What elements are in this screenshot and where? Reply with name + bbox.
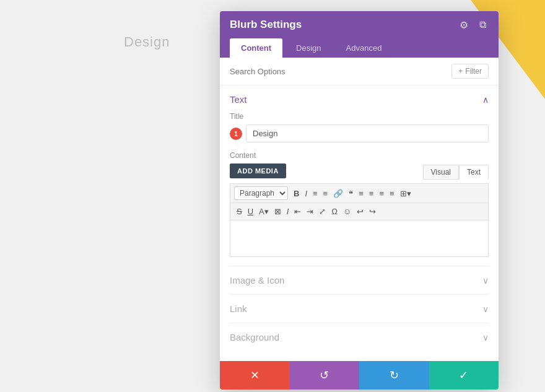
background-design-label: Design xyxy=(124,34,170,50)
background-section-title: Background xyxy=(230,332,279,342)
save-button[interactable]: ✓ xyxy=(429,361,499,390)
blurb-settings-modal: Blurb Settings ⚙ ⧉ Content Design Advanc… xyxy=(220,11,499,390)
italic-button[interactable]: I xyxy=(302,188,310,199)
link-chevron-down-icon: ∨ xyxy=(482,304,489,314)
image-icon-section-title: Image & Icon xyxy=(230,275,284,285)
tab-content[interactable]: Content xyxy=(230,38,282,58)
blockquote-button[interactable]: ❝ xyxy=(346,188,355,199)
image-icon-section: Image & Icon ∨ xyxy=(230,266,489,295)
filter-icon: + xyxy=(458,67,463,76)
add-media-button[interactable]: ADD MEDIA xyxy=(230,163,286,178)
undo-editor-button[interactable]: ↩ xyxy=(354,206,366,217)
title-badge: 1 xyxy=(230,128,242,140)
justify-button[interactable]: ≡ xyxy=(387,188,397,199)
editor-toolbar-row1: Paragraph B I ≡ ≡ 🔗 ❝ ≡ ≡ ≡ ≡ ⊞▾ xyxy=(230,183,489,203)
editor-toolbar-row2: S U A▾ ⊠ I ⇤ ⇥ ⤢ Ω ☺ ↩ ↪ xyxy=(230,203,489,220)
outdent-button[interactable]: ⇤ xyxy=(292,206,303,217)
text-section-chevron-up-icon: ∧ xyxy=(482,95,489,105)
filter-label: Filter xyxy=(465,67,482,76)
text-section-header[interactable]: Text ∧ xyxy=(230,94,489,105)
search-input[interactable] xyxy=(230,67,447,76)
redo-button[interactable]: ↻ xyxy=(359,361,429,390)
modal-title: Blurb Settings xyxy=(230,19,302,31)
modal-footer: ✕ ↺ ↻ ✓ xyxy=(220,361,499,390)
image-icon-chevron-down-icon: ∨ xyxy=(482,276,489,285)
expand-icon[interactable]: ⧉ xyxy=(476,19,489,31)
ordered-list-button[interactable]: ≡ xyxy=(321,188,331,199)
text-section-title: Text xyxy=(230,94,247,105)
view-visual-button[interactable]: Visual xyxy=(423,165,459,180)
modal-header: Blurb Settings ⚙ ⧉ xyxy=(220,11,499,38)
filter-button[interactable]: + Filter xyxy=(451,64,489,79)
italic2-button[interactable]: I xyxy=(284,206,292,217)
align-left-button[interactable]: ≡ xyxy=(356,188,366,199)
title-field-label: Title xyxy=(230,112,489,121)
table-button[interactable]: ⊞▾ xyxy=(398,188,414,199)
view-toggle: Visual Text xyxy=(423,165,489,180)
unordered-list-button[interactable]: ≡ xyxy=(310,188,320,199)
settings-icon[interactable]: ⚙ xyxy=(458,19,470,31)
editor-area[interactable] xyxy=(230,220,489,257)
paragraph-select[interactable]: Paragraph xyxy=(234,186,288,200)
paste-button[interactable]: ⊠ xyxy=(272,206,284,217)
underline-button[interactable]: U xyxy=(245,206,256,217)
image-icon-section-header[interactable]: Image & Icon ∨ xyxy=(230,275,489,285)
text-section: Text ∧ Title 1 Content ADD MEDIA Visual xyxy=(230,85,489,266)
search-bar: + Filter xyxy=(220,58,499,85)
view-text-button[interactable]: Text xyxy=(459,165,489,180)
tab-design[interactable]: Design xyxy=(285,38,332,58)
text-section-body: Title 1 Content ADD MEDIA Visual Text xyxy=(230,112,489,257)
modal-header-icons: ⚙ ⧉ xyxy=(458,19,489,31)
link-section: Link ∨ xyxy=(230,295,489,323)
align-right-button[interactable]: ≡ xyxy=(377,188,386,199)
undo-button[interactable]: ↺ xyxy=(290,361,360,390)
link-section-header[interactable]: Link ∨ xyxy=(230,303,489,314)
background-section: Background ∨ xyxy=(230,323,489,351)
align-center-button[interactable]: ≡ xyxy=(367,188,377,199)
cancel-button[interactable]: ✕ xyxy=(220,361,290,390)
strikethrough-button[interactable]: S xyxy=(234,206,245,217)
indent-button[interactable]: ⇥ xyxy=(304,206,316,217)
bold-button[interactable]: B xyxy=(291,188,302,199)
redo-editor-button[interactable]: ↪ xyxy=(367,206,378,217)
modal-body: Text ∧ Title 1 Content ADD MEDIA Visual xyxy=(220,85,499,361)
modal-tabs: Content Design Advanced xyxy=(220,38,499,58)
emoji-button[interactable]: ☺ xyxy=(341,206,354,217)
link-section-title: Link xyxy=(230,303,247,314)
fullscreen-button[interactable]: ⤢ xyxy=(316,206,328,217)
background-chevron-down-icon: ∨ xyxy=(482,333,489,342)
text-color-button[interactable]: A▾ xyxy=(256,206,271,217)
link-button[interactable]: 🔗 xyxy=(331,188,346,199)
title-input-row: 1 xyxy=(230,124,489,142)
background-section-header[interactable]: Background ∨ xyxy=(230,332,489,342)
special-char-button[interactable]: Ω xyxy=(329,206,340,217)
tab-advanced[interactable]: Advanced xyxy=(335,38,393,58)
content-field-label: Content xyxy=(230,151,489,160)
title-input[interactable] xyxy=(246,124,489,142)
